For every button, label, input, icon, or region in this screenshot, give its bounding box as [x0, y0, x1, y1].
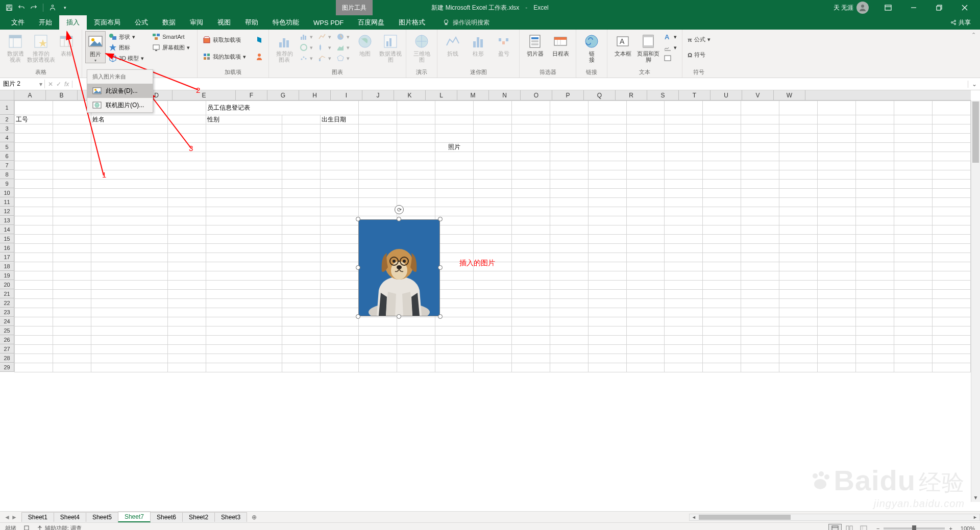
select-all-button[interactable] — [0, 90, 14, 100]
col-header-B[interactable]: B — [46, 90, 78, 100]
row-header-16[interactable]: 16 — [0, 243, 14, 253]
inserted-picture[interactable]: ⟳ — [358, 219, 440, 316]
tab-data[interactable]: 数据 — [155, 15, 183, 30]
col-header-N[interactable]: N — [489, 90, 521, 100]
equation-button[interactable]: π 公式 ▾ — [685, 35, 712, 44]
col-header-K[interactable]: K — [394, 90, 426, 100]
tab-file[interactable]: 文件 — [4, 15, 32, 30]
row-header-3[interactable]: 3 — [0, 124, 14, 133]
timeline-button[interactable]: 日程表 — [548, 31, 573, 57]
tab-help[interactable]: 帮助 — [238, 15, 265, 30]
collapse-ribbon-icon[interactable]: ⌃ — [971, 30, 980, 78]
col-header-G[interactable]: G — [267, 90, 299, 100]
symbol-button[interactable]: Ω 符号 — [685, 51, 712, 59]
page-break-view-button[interactable] — [857, 524, 870, 531]
col-header-O[interactable]: O — [521, 90, 552, 100]
col-header-L[interactable]: L — [426, 90, 457, 100]
row-header-24[interactable]: 24 — [0, 317, 14, 326]
page-layout-view-button[interactable] — [843, 524, 856, 531]
resize-handle-n[interactable] — [397, 217, 401, 221]
col-header-R[interactable]: R — [616, 90, 647, 100]
row-header-21[interactable]: 21 — [0, 289, 14, 298]
zoom-thumb[interactable] — [912, 525, 916, 531]
vertical-scrollbar[interactable]: ▲ ▼ — [971, 100, 980, 502]
resize-handle-nw[interactable] — [356, 217, 360, 221]
smartart-button[interactable]: SmartArt — [150, 32, 192, 41]
col-header-S[interactable]: S — [647, 90, 679, 100]
column-headers[interactable]: ABCDEFGHIJKLMNOPQRSTUVW — [14, 90, 971, 100]
row-header-14[interactable]: 14 — [0, 225, 14, 234]
share-button[interactable]: 共享 — [941, 15, 980, 30]
col-header-F[interactable]: F — [236, 90, 267, 100]
sheet-next-icon[interactable]: ► — [11, 514, 17, 521]
sheet-tab-sheet1[interactable]: Sheet1 — [21, 512, 54, 522]
row-header-13[interactable]: 13 — [0, 216, 14, 225]
icons-button[interactable]: 图标 — [107, 43, 146, 52]
minimize-button[interactable] — [902, 0, 925, 15]
row-header-2[interactable]: 2 — [0, 115, 14, 124]
tell-me-search[interactable]: 操作说明搜索 — [443, 15, 489, 30]
zoom-level[interactable]: 100% — [961, 525, 975, 531]
expand-formula-bar-icon[interactable]: ⌄ — [968, 81, 980, 88]
col-header-E[interactable]: E — [173, 90, 236, 100]
tab-picture-format[interactable]: 图片格式 — [391, 15, 432, 30]
sheet-tab-sheet7[interactable]: Sheet7 — [118, 512, 151, 522]
sheet-nav[interactable]: ◄► — [0, 514, 21, 521]
scroll-down-icon[interactable]: ▼ — [971, 493, 980, 502]
bing-maps-icon[interactable] — [253, 35, 265, 44]
tab-view[interactable]: 视图 — [210, 15, 238, 30]
row-headers[interactable]: 1234567891011121314151617181920212223242… — [0, 100, 14, 372]
row-header-18[interactable]: 18 — [0, 262, 14, 271]
scroll-right-icon[interactable]: ► — [973, 515, 977, 520]
3d-model-button[interactable]: 3D 模型 ▾ — [107, 54, 146, 63]
tab-layout[interactable]: 页面布局 — [87, 15, 128, 30]
horizontal-scrollbar[interactable]: ◄ ► — [689, 514, 980, 521]
textbox-button[interactable]: A文本框 — [610, 31, 635, 57]
sheet-tab-sheet5[interactable]: Sheet5 — [86, 512, 118, 522]
tab-special[interactable]: 特色功能 — [265, 15, 306, 30]
restore-button[interactable] — [928, 0, 950, 15]
sheet-tab-sheet6[interactable]: Sheet6 — [150, 512, 183, 522]
resize-handle-w[interactable] — [356, 265, 360, 270]
tab-home[interactable]: 开始 — [32, 15, 59, 30]
row-header-11[interactable]: 11 — [0, 197, 14, 207]
ribbon-display-icon[interactable] — [877, 0, 899, 15]
col-header-P[interactable]: P — [552, 90, 584, 100]
row-header-7[interactable]: 7 — [0, 161, 14, 170]
sheet-tab-sheet3[interactable]: Sheet3 — [214, 512, 247, 522]
qat-dropdown-icon[interactable]: ▾ — [60, 3, 70, 13]
tab-baidu[interactable]: 百度网盘 — [351, 15, 391, 30]
my-addins-button[interactable]: 我的加载项 ▾ — [201, 52, 248, 61]
row-header-15[interactable]: 15 — [0, 234, 14, 243]
name-box[interactable]: 图片 2 ▾ — [0, 80, 45, 88]
zoom-slider[interactable] — [884, 527, 945, 529]
sig-line-button[interactable]: ▾ — [662, 43, 679, 52]
accessibility-status[interactable]: 辅助功能: 调查 — [37, 524, 82, 530]
people-graph-icon[interactable] — [253, 52, 265, 61]
normal-view-button[interactable] — [828, 524, 842, 531]
tab-insert[interactable]: 插入 — [59, 15, 87, 30]
object-button[interactable] — [662, 54, 679, 63]
tab-review[interactable]: 审阅 — [183, 15, 210, 30]
get-addins-button[interactable]: 获取加载项 — [201, 35, 248, 44]
zoom-out-button[interactable]: − — [876, 525, 879, 531]
scroll-left-icon[interactable]: ◄ — [692, 515, 696, 520]
row-header-17[interactable]: 17 — [0, 253, 14, 262]
header-footer-button[interactable]: 页眉和页脚 — [636, 31, 660, 63]
row-header-6[interactable]: 6 — [0, 152, 14, 161]
tab-wpspdf[interactable]: WPS PDF — [306, 15, 351, 30]
sheet-tab-sheet2[interactable]: Sheet2 — [182, 512, 215, 522]
row-header-19[interactable]: 19 — [0, 271, 14, 280]
col-header-Q[interactable]: Q — [584, 90, 616, 100]
row-header-12[interactable]: 12 — [0, 207, 14, 216]
row-header-22[interactable]: 22 — [0, 298, 14, 308]
sheet-prev-icon[interactable]: ◄ — [4, 514, 10, 521]
col-header-J[interactable]: J — [362, 90, 394, 100]
row-header-1[interactable]: 1 — [0, 100, 14, 115]
col-header-H[interactable]: H — [299, 90, 331, 100]
tab-formula[interactable]: 公式 — [128, 15, 155, 30]
save-icon[interactable] — [4, 3, 14, 13]
row-header-27[interactable]: 27 — [0, 344, 14, 354]
from-device-item[interactable]: 此设备(D)... — [87, 84, 153, 98]
row-header-23[interactable]: 23 — [0, 308, 14, 317]
